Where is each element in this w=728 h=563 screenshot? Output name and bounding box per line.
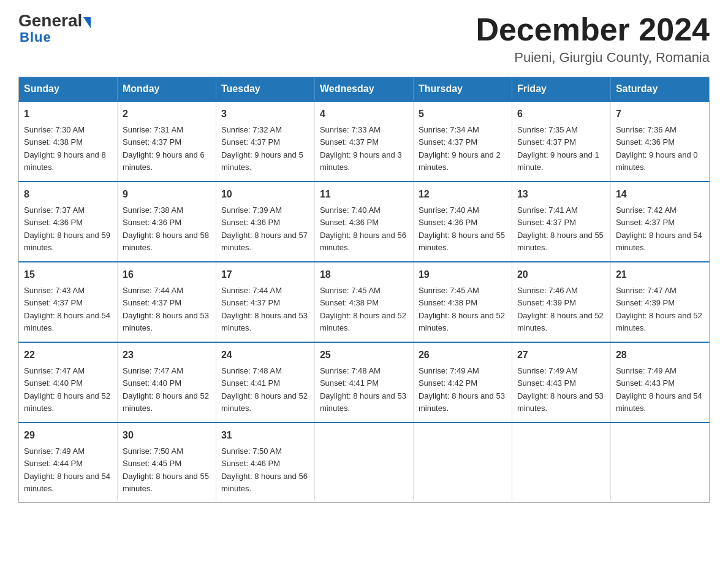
calendar-day-cell xyxy=(512,423,610,503)
calendar-day-cell: 28 Sunrise: 7:49 AMSunset: 4:43 PMDaylig… xyxy=(610,342,709,423)
day-info: Sunrise: 7:32 AMSunset: 4:37 PMDaylight:… xyxy=(221,125,303,172)
calendar-day-cell: 31 Sunrise: 7:50 AMSunset: 4:46 PMDaylig… xyxy=(216,423,314,503)
day-info: Sunrise: 7:40 AMSunset: 4:36 PMDaylight:… xyxy=(320,205,406,252)
day-number: 24 xyxy=(221,348,309,362)
calendar-day-cell: 10 Sunrise: 7:39 AMSunset: 4:36 PMDaylig… xyxy=(216,182,314,262)
day-info: Sunrise: 7:30 AMSunset: 4:38 PMDaylight:… xyxy=(24,125,106,172)
day-info: Sunrise: 7:45 AMSunset: 4:38 PMDaylight:… xyxy=(320,286,406,332)
day-number: 26 xyxy=(419,348,507,362)
calendar-day-cell: 4 Sunrise: 7:33 AMSunset: 4:37 PMDayligh… xyxy=(314,101,413,182)
day-number: 31 xyxy=(221,428,309,443)
logo-triangle-icon xyxy=(83,17,91,28)
calendar-day-cell: 19 Sunrise: 7:45 AMSunset: 4:38 PMDaylig… xyxy=(413,262,512,342)
calendar-week-row: 1 Sunrise: 7:30 AMSunset: 4:38 PMDayligh… xyxy=(19,101,710,182)
day-number: 16 xyxy=(123,267,211,282)
calendar-day-cell: 12 Sunrise: 7:40 AMSunset: 4:36 PMDaylig… xyxy=(413,182,512,262)
day-info: Sunrise: 7:47 AMSunset: 4:40 PMDaylight:… xyxy=(24,366,110,413)
calendar-week-row: 15 Sunrise: 7:43 AMSunset: 4:37 PMDaylig… xyxy=(19,262,710,342)
weekday-header-row: SundayMondayTuesdayWednesdayThursdayFrid… xyxy=(19,77,710,102)
day-info: Sunrise: 7:49 AMSunset: 4:43 PMDaylight:… xyxy=(517,366,604,413)
day-number: 6 xyxy=(517,107,605,121)
day-number: 20 xyxy=(517,267,605,282)
day-info: Sunrise: 7:49 AMSunset: 4:42 PMDaylight:… xyxy=(419,366,505,413)
title-area: December 2024 Puieni, Giurgiu County, Ro… xyxy=(476,12,710,66)
day-number: 29 xyxy=(24,428,112,443)
logo: General xyxy=(18,12,91,29)
calendar-day-cell: 3 Sunrise: 7:32 AMSunset: 4:37 PMDayligh… xyxy=(216,101,314,182)
day-info: Sunrise: 7:37 AMSunset: 4:36 PMDaylight:… xyxy=(24,205,110,252)
day-number: 9 xyxy=(123,187,211,202)
day-info: Sunrise: 7:47 AMSunset: 4:39 PMDaylight:… xyxy=(616,286,702,332)
calendar-week-row: 22 Sunrise: 7:47 AMSunset: 4:40 PMDaylig… xyxy=(19,342,710,423)
calendar-day-cell: 17 Sunrise: 7:44 AMSunset: 4:37 PMDaylig… xyxy=(216,262,314,342)
calendar-day-cell: 30 Sunrise: 7:50 AMSunset: 4:45 PMDaylig… xyxy=(117,423,216,503)
calendar-day-cell: 11 Sunrise: 7:40 AMSunset: 4:36 PMDaylig… xyxy=(314,182,413,262)
day-number: 10 xyxy=(221,187,309,202)
day-number: 18 xyxy=(320,267,408,282)
weekday-header-thursday: Thursday xyxy=(413,77,512,102)
calendar-day-cell xyxy=(413,423,512,503)
day-number: 15 xyxy=(24,267,112,282)
calendar-day-cell: 18 Sunrise: 7:45 AMSunset: 4:38 PMDaylig… xyxy=(314,262,413,342)
day-number: 1 xyxy=(24,107,112,121)
day-info: Sunrise: 7:36 AMSunset: 4:36 PMDaylight:… xyxy=(616,125,698,172)
calendar-day-cell: 24 Sunrise: 7:48 AMSunset: 4:41 PMDaylig… xyxy=(216,342,314,423)
location-title: Puieni, Giurgiu County, Romania xyxy=(476,50,710,66)
day-number: 3 xyxy=(221,107,309,121)
day-info: Sunrise: 7:42 AMSunset: 4:37 PMDaylight:… xyxy=(616,205,702,252)
day-info: Sunrise: 7:34 AMSunset: 4:37 PMDaylight:… xyxy=(419,125,501,172)
calendar-day-cell: 16 Sunrise: 7:44 AMSunset: 4:37 PMDaylig… xyxy=(117,262,216,342)
calendar-day-cell: 6 Sunrise: 7:35 AMSunset: 4:37 PMDayligh… xyxy=(512,101,610,182)
day-info: Sunrise: 7:44 AMSunset: 4:37 PMDaylight:… xyxy=(221,286,308,332)
day-number: 4 xyxy=(320,107,408,121)
day-number: 8 xyxy=(24,187,112,202)
day-info: Sunrise: 7:47 AMSunset: 4:40 PMDaylight:… xyxy=(123,366,209,413)
day-info: Sunrise: 7:41 AMSunset: 4:37 PMDaylight:… xyxy=(517,205,604,252)
day-info: Sunrise: 7:43 AMSunset: 4:37 PMDaylight:… xyxy=(24,286,110,332)
calendar-day-cell: 9 Sunrise: 7:38 AMSunset: 4:36 PMDayligh… xyxy=(117,182,216,262)
calendar-day-cell: 25 Sunrise: 7:48 AMSunset: 4:41 PMDaylig… xyxy=(314,342,413,423)
month-title: December 2024 xyxy=(476,12,710,47)
day-number: 14 xyxy=(616,187,704,202)
calendar-day-cell: 13 Sunrise: 7:41 AMSunset: 4:37 PMDaylig… xyxy=(512,182,610,262)
day-number: 2 xyxy=(123,107,211,121)
page-header: General Blue December 2024 Puieni, Giurg… xyxy=(18,12,710,66)
calendar-day-cell: 22 Sunrise: 7:47 AMSunset: 4:40 PMDaylig… xyxy=(19,342,118,423)
calendar-day-cell xyxy=(314,423,413,503)
day-info: Sunrise: 7:46 AMSunset: 4:39 PMDaylight:… xyxy=(517,286,604,332)
calendar-day-cell: 14 Sunrise: 7:42 AMSunset: 4:37 PMDaylig… xyxy=(610,182,709,262)
day-info: Sunrise: 7:45 AMSunset: 4:38 PMDaylight:… xyxy=(419,286,505,332)
day-info: Sunrise: 7:40 AMSunset: 4:36 PMDaylight:… xyxy=(419,205,505,252)
day-number: 11 xyxy=(320,187,408,202)
day-number: 21 xyxy=(616,267,704,282)
day-info: Sunrise: 7:39 AMSunset: 4:36 PMDaylight:… xyxy=(221,205,308,252)
day-number: 30 xyxy=(123,428,211,443)
calendar-day-cell: 7 Sunrise: 7:36 AMSunset: 4:36 PMDayligh… xyxy=(610,101,709,182)
calendar-day-cell: 27 Sunrise: 7:49 AMSunset: 4:43 PMDaylig… xyxy=(512,342,610,423)
logo-blue-text: Blue xyxy=(20,29,51,45)
calendar-day-cell: 23 Sunrise: 7:47 AMSunset: 4:40 PMDaylig… xyxy=(117,342,216,423)
day-info: Sunrise: 7:49 AMSunset: 4:44 PMDaylight:… xyxy=(24,446,110,493)
day-info: Sunrise: 7:48 AMSunset: 4:41 PMDaylight:… xyxy=(221,366,308,413)
day-info: Sunrise: 7:38 AMSunset: 4:36 PMDaylight:… xyxy=(123,205,209,252)
calendar-day-cell: 20 Sunrise: 7:46 AMSunset: 4:39 PMDaylig… xyxy=(512,262,610,342)
calendar-day-cell xyxy=(610,423,709,503)
calendar-week-row: 8 Sunrise: 7:37 AMSunset: 4:36 PMDayligh… xyxy=(19,182,710,262)
day-number: 12 xyxy=(419,187,507,202)
calendar-table: SundayMondayTuesdayWednesdayThursdayFrid… xyxy=(18,77,710,503)
logo-general-text: General xyxy=(18,12,82,29)
day-number: 17 xyxy=(221,267,309,282)
day-info: Sunrise: 7:31 AMSunset: 4:37 PMDaylight:… xyxy=(123,125,205,172)
weekday-header-sunday: Sunday xyxy=(19,77,118,102)
day-info: Sunrise: 7:48 AMSunset: 4:41 PMDaylight:… xyxy=(320,366,406,413)
weekday-header-wednesday: Wednesday xyxy=(314,77,413,102)
day-number: 23 xyxy=(123,348,211,362)
day-number: 27 xyxy=(517,348,605,362)
day-number: 19 xyxy=(419,267,507,282)
day-info: Sunrise: 7:44 AMSunset: 4:37 PMDaylight:… xyxy=(123,286,209,332)
calendar-day-cell: 21 Sunrise: 7:47 AMSunset: 4:39 PMDaylig… xyxy=(610,262,709,342)
day-number: 25 xyxy=(320,348,408,362)
day-info: Sunrise: 7:49 AMSunset: 4:43 PMDaylight:… xyxy=(616,366,702,413)
day-number: 22 xyxy=(24,348,112,362)
logo-area: General Blue xyxy=(18,12,91,45)
